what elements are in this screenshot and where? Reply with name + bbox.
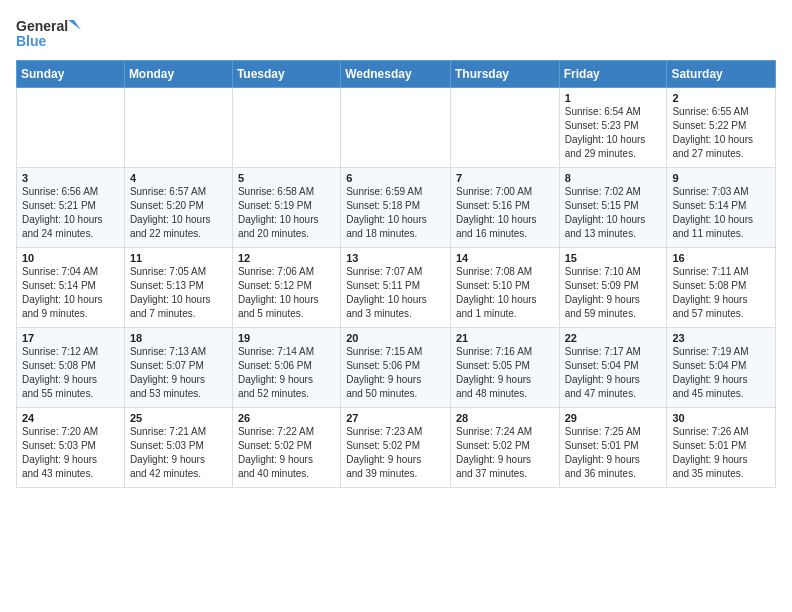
day-number: 9 bbox=[672, 172, 770, 184]
day-info: Sunrise: 7:08 AM Sunset: 5:10 PM Dayligh… bbox=[456, 265, 554, 321]
week-row-4: 17Sunrise: 7:12 AM Sunset: 5:08 PM Dayli… bbox=[17, 328, 776, 408]
header-cell-sunday: Sunday bbox=[17, 61, 125, 88]
header-cell-monday: Monday bbox=[124, 61, 232, 88]
day-cell: 19Sunrise: 7:14 AM Sunset: 5:06 PM Dayli… bbox=[232, 328, 340, 408]
day-number: 10 bbox=[22, 252, 119, 264]
header-cell-wednesday: Wednesday bbox=[341, 61, 451, 88]
header-cell-tuesday: Tuesday bbox=[232, 61, 340, 88]
logo-svg: GeneralBlue bbox=[16, 16, 86, 52]
day-cell bbox=[341, 88, 451, 168]
day-number: 23 bbox=[672, 332, 770, 344]
day-cell: 16Sunrise: 7:11 AM Sunset: 5:08 PM Dayli… bbox=[667, 248, 776, 328]
day-number: 5 bbox=[238, 172, 335, 184]
day-number: 17 bbox=[22, 332, 119, 344]
day-info: Sunrise: 6:57 AM Sunset: 5:20 PM Dayligh… bbox=[130, 185, 227, 241]
day-info: Sunrise: 7:23 AM Sunset: 5:02 PM Dayligh… bbox=[346, 425, 445, 481]
day-cell: 2Sunrise: 6:55 AM Sunset: 5:22 PM Daylig… bbox=[667, 88, 776, 168]
day-cell: 20Sunrise: 7:15 AM Sunset: 5:06 PM Dayli… bbox=[341, 328, 451, 408]
svg-text:Blue: Blue bbox=[16, 33, 47, 49]
day-number: 15 bbox=[565, 252, 662, 264]
day-info: Sunrise: 7:04 AM Sunset: 5:14 PM Dayligh… bbox=[22, 265, 119, 321]
calendar-table: SundayMondayTuesdayWednesdayThursdayFrid… bbox=[16, 60, 776, 488]
day-number: 30 bbox=[672, 412, 770, 424]
day-cell: 25Sunrise: 7:21 AM Sunset: 5:03 PM Dayli… bbox=[124, 408, 232, 488]
day-cell: 3Sunrise: 6:56 AM Sunset: 5:21 PM Daylig… bbox=[17, 168, 125, 248]
day-number: 26 bbox=[238, 412, 335, 424]
day-number: 27 bbox=[346, 412, 445, 424]
day-info: Sunrise: 7:03 AM Sunset: 5:14 PM Dayligh… bbox=[672, 185, 770, 241]
logo: GeneralBlue bbox=[16, 16, 86, 52]
header-cell-thursday: Thursday bbox=[450, 61, 559, 88]
day-number: 29 bbox=[565, 412, 662, 424]
day-number: 20 bbox=[346, 332, 445, 344]
day-info: Sunrise: 7:16 AM Sunset: 5:05 PM Dayligh… bbox=[456, 345, 554, 401]
day-info: Sunrise: 7:12 AM Sunset: 5:08 PM Dayligh… bbox=[22, 345, 119, 401]
day-cell: 22Sunrise: 7:17 AM Sunset: 5:04 PM Dayli… bbox=[559, 328, 667, 408]
day-number: 3 bbox=[22, 172, 119, 184]
day-info: Sunrise: 7:13 AM Sunset: 5:07 PM Dayligh… bbox=[130, 345, 227, 401]
calendar-header-row: SundayMondayTuesdayWednesdayThursdayFrid… bbox=[17, 61, 776, 88]
day-info: Sunrise: 6:55 AM Sunset: 5:22 PM Dayligh… bbox=[672, 105, 770, 161]
day-info: Sunrise: 6:59 AM Sunset: 5:18 PM Dayligh… bbox=[346, 185, 445, 241]
day-number: 24 bbox=[22, 412, 119, 424]
day-number: 16 bbox=[672, 252, 770, 264]
header-cell-friday: Friday bbox=[559, 61, 667, 88]
day-cell: 15Sunrise: 7:10 AM Sunset: 5:09 PM Dayli… bbox=[559, 248, 667, 328]
day-number: 18 bbox=[130, 332, 227, 344]
header-cell-saturday: Saturday bbox=[667, 61, 776, 88]
day-number: 6 bbox=[346, 172, 445, 184]
svg-text:General: General bbox=[16, 18, 68, 34]
day-cell: 14Sunrise: 7:08 AM Sunset: 5:10 PM Dayli… bbox=[450, 248, 559, 328]
day-info: Sunrise: 7:00 AM Sunset: 5:16 PM Dayligh… bbox=[456, 185, 554, 241]
day-info: Sunrise: 7:25 AM Sunset: 5:01 PM Dayligh… bbox=[565, 425, 662, 481]
day-number: 13 bbox=[346, 252, 445, 264]
day-info: Sunrise: 7:05 AM Sunset: 5:13 PM Dayligh… bbox=[130, 265, 227, 321]
week-row-5: 24Sunrise: 7:20 AM Sunset: 5:03 PM Dayli… bbox=[17, 408, 776, 488]
day-number: 25 bbox=[130, 412, 227, 424]
day-number: 19 bbox=[238, 332, 335, 344]
day-number: 11 bbox=[130, 252, 227, 264]
day-info: Sunrise: 7:15 AM Sunset: 5:06 PM Dayligh… bbox=[346, 345, 445, 401]
day-cell: 6Sunrise: 6:59 AM Sunset: 5:18 PM Daylig… bbox=[341, 168, 451, 248]
day-cell: 4Sunrise: 6:57 AM Sunset: 5:20 PM Daylig… bbox=[124, 168, 232, 248]
day-cell: 24Sunrise: 7:20 AM Sunset: 5:03 PM Dayli… bbox=[17, 408, 125, 488]
day-info: Sunrise: 7:20 AM Sunset: 5:03 PM Dayligh… bbox=[22, 425, 119, 481]
day-cell: 11Sunrise: 7:05 AM Sunset: 5:13 PM Dayli… bbox=[124, 248, 232, 328]
day-info: Sunrise: 7:24 AM Sunset: 5:02 PM Dayligh… bbox=[456, 425, 554, 481]
day-cell bbox=[17, 88, 125, 168]
week-row-2: 3Sunrise: 6:56 AM Sunset: 5:21 PM Daylig… bbox=[17, 168, 776, 248]
day-cell: 1Sunrise: 6:54 AM Sunset: 5:23 PM Daylig… bbox=[559, 88, 667, 168]
day-number: 2 bbox=[672, 92, 770, 104]
day-number: 12 bbox=[238, 252, 335, 264]
day-info: Sunrise: 7:17 AM Sunset: 5:04 PM Dayligh… bbox=[565, 345, 662, 401]
day-number: 22 bbox=[565, 332, 662, 344]
day-cell: 29Sunrise: 7:25 AM Sunset: 5:01 PM Dayli… bbox=[559, 408, 667, 488]
day-info: Sunrise: 7:22 AM Sunset: 5:02 PM Dayligh… bbox=[238, 425, 335, 481]
day-info: Sunrise: 6:58 AM Sunset: 5:19 PM Dayligh… bbox=[238, 185, 335, 241]
day-cell: 30Sunrise: 7:26 AM Sunset: 5:01 PM Dayli… bbox=[667, 408, 776, 488]
day-cell: 18Sunrise: 7:13 AM Sunset: 5:07 PM Dayli… bbox=[124, 328, 232, 408]
day-number: 21 bbox=[456, 332, 554, 344]
day-info: Sunrise: 6:56 AM Sunset: 5:21 PM Dayligh… bbox=[22, 185, 119, 241]
day-number: 7 bbox=[456, 172, 554, 184]
day-cell: 28Sunrise: 7:24 AM Sunset: 5:02 PM Dayli… bbox=[450, 408, 559, 488]
day-cell: 26Sunrise: 7:22 AM Sunset: 5:02 PM Dayli… bbox=[232, 408, 340, 488]
week-row-1: 1Sunrise: 6:54 AM Sunset: 5:23 PM Daylig… bbox=[17, 88, 776, 168]
day-info: Sunrise: 7:14 AM Sunset: 5:06 PM Dayligh… bbox=[238, 345, 335, 401]
day-cell: 7Sunrise: 7:00 AM Sunset: 5:16 PM Daylig… bbox=[450, 168, 559, 248]
day-cell: 23Sunrise: 7:19 AM Sunset: 5:04 PM Dayli… bbox=[667, 328, 776, 408]
calendar-header: GeneralBlue bbox=[16, 16, 776, 52]
day-cell: 8Sunrise: 7:02 AM Sunset: 5:15 PM Daylig… bbox=[559, 168, 667, 248]
day-info: Sunrise: 7:21 AM Sunset: 5:03 PM Dayligh… bbox=[130, 425, 227, 481]
svg-marker-0 bbox=[68, 20, 81, 30]
day-number: 14 bbox=[456, 252, 554, 264]
day-cell: 13Sunrise: 7:07 AM Sunset: 5:11 PM Dayli… bbox=[341, 248, 451, 328]
day-cell: 10Sunrise: 7:04 AM Sunset: 5:14 PM Dayli… bbox=[17, 248, 125, 328]
day-cell: 5Sunrise: 6:58 AM Sunset: 5:19 PM Daylig… bbox=[232, 168, 340, 248]
day-cell bbox=[232, 88, 340, 168]
day-number: 8 bbox=[565, 172, 662, 184]
day-info: Sunrise: 6:54 AM Sunset: 5:23 PM Dayligh… bbox=[565, 105, 662, 161]
week-row-3: 10Sunrise: 7:04 AM Sunset: 5:14 PM Dayli… bbox=[17, 248, 776, 328]
day-cell: 17Sunrise: 7:12 AM Sunset: 5:08 PM Dayli… bbox=[17, 328, 125, 408]
day-number: 28 bbox=[456, 412, 554, 424]
